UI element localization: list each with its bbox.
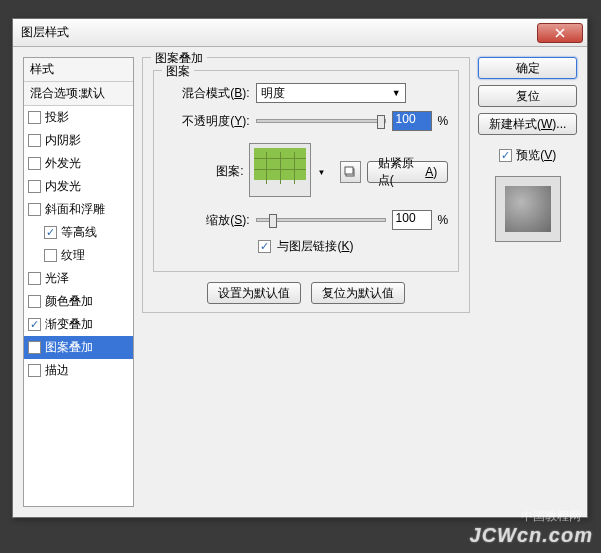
pattern-row: 图案: ▼	[164, 143, 449, 200]
checkbox[interactable]	[28, 341, 41, 354]
preview-checkbox[interactable]	[499, 149, 512, 162]
styles-panel: 样式 混合选项:默认 投影 内阴影 外发光 内发光 斜面和浮雕 等高线 纹理 光…	[23, 57, 134, 507]
pattern-group: 图案 混合模式(B): 明度 ▼ 不透明度(Y): 100	[153, 70, 460, 272]
style-item-inner-shadow[interactable]: 内阴影	[24, 129, 133, 152]
reset-button[interactable]: 复位	[478, 85, 577, 107]
close-button[interactable]	[537, 23, 583, 43]
style-item-color-overlay[interactable]: 颜色叠加	[24, 290, 133, 313]
blend-mode-row: 混合模式(B): 明度 ▼	[164, 83, 449, 103]
scale-row: 缩放(S): 100 %	[164, 210, 449, 230]
blend-options-header[interactable]: 混合选项:默认	[24, 82, 133, 106]
styles-header[interactable]: 样式	[24, 58, 133, 82]
checkbox[interactable]	[28, 111, 41, 124]
opacity-row: 不透明度(Y): 100 %	[164, 111, 449, 131]
new-style-button[interactable]: 新建样式(W)...	[478, 113, 577, 135]
checkbox[interactable]	[28, 203, 41, 216]
checkbox[interactable]	[28, 318, 41, 331]
ok-button[interactable]: 确定	[478, 57, 577, 79]
titlebar: 图层样式	[13, 19, 587, 47]
preview-toggle[interactable]: 预览(V)	[478, 147, 577, 164]
checkbox[interactable]	[28, 295, 41, 308]
close-icon	[555, 28, 565, 38]
watermark-sub: 中国教程网	[521, 508, 581, 525]
action-panel: 确定 复位 新建样式(W)... 预览(V)	[478, 57, 577, 507]
style-item-outer-glow[interactable]: 外发光	[24, 152, 133, 175]
pattern-label: 图案:	[164, 163, 244, 180]
checkbox[interactable]	[44, 249, 57, 262]
blend-mode-label: 混合模式(B):	[164, 85, 250, 102]
style-item-satin[interactable]: 光泽	[24, 267, 133, 290]
opacity-slider[interactable]	[256, 119, 386, 123]
style-item-bevel[interactable]: 斜面和浮雕	[24, 198, 133, 221]
chevron-down-icon: ▼	[392, 88, 401, 98]
percent-label: %	[438, 114, 449, 128]
preview-gradient	[505, 186, 551, 232]
blend-mode-select[interactable]: 明度 ▼	[256, 83, 406, 103]
preview-thumbnail	[495, 176, 561, 242]
svg-rect-1	[345, 167, 353, 174]
checkbox[interactable]	[28, 364, 41, 377]
slider-thumb[interactable]	[269, 214, 277, 228]
dialog-body: 样式 混合选项:默认 投影 内阴影 外发光 内发光 斜面和浮雕 等高线 纹理 光…	[13, 47, 587, 517]
styles-list: 样式 混合选项:默认 投影 内阴影 外发光 内发光 斜面和浮雕 等高线 纹理 光…	[23, 57, 134, 507]
style-item-pattern-overlay[interactable]: 图案叠加	[24, 336, 133, 359]
opacity-input[interactable]: 100	[392, 111, 432, 131]
new-preset-icon	[344, 166, 356, 178]
checkbox[interactable]	[44, 226, 57, 239]
style-item-stroke[interactable]: 描边	[24, 359, 133, 382]
watermark: JCWcn.com	[470, 524, 593, 547]
scale-label: 缩放(S):	[164, 212, 250, 229]
new-pattern-button[interactable]	[340, 161, 361, 183]
chevron-down-icon: ▼	[318, 167, 326, 176]
style-item-texture[interactable]: 纹理	[24, 244, 133, 267]
set-default-button[interactable]: 设置为默认值	[207, 282, 301, 304]
pattern-preview	[254, 148, 306, 180]
style-item-gradient-overlay[interactable]: 渐变叠加	[24, 313, 133, 336]
pattern-legend: 图案	[162, 63, 194, 80]
scale-input[interactable]: 100	[392, 210, 432, 230]
settings-panel: 图案叠加 图案 混合模式(B): 明度 ▼ 不透明度(Y):	[142, 57, 471, 507]
checkbox[interactable]	[28, 157, 41, 170]
layer-style-dialog: 图层样式 样式 混合选项:默认 投影 内阴影 外发光 内发光 斜面和浮雕 等高线…	[12, 18, 588, 518]
reset-default-button[interactable]: 复位为默认值	[311, 282, 405, 304]
preview-label: 预览(V)	[516, 147, 556, 164]
dialog-title: 图层样式	[21, 24, 537, 41]
checkbox[interactable]	[28, 272, 41, 285]
link-layer-row: 与图层链接(K)	[164, 238, 449, 255]
link-layer-checkbox[interactable]	[258, 240, 271, 253]
style-item-inner-glow[interactable]: 内发光	[24, 175, 133, 198]
snap-origin-button[interactable]: 贴紧原点(A)	[367, 161, 448, 183]
slider-thumb[interactable]	[377, 115, 385, 129]
pattern-picker[interactable]: ▼	[249, 143, 311, 200]
style-item-drop-shadow[interactable]: 投影	[24, 106, 133, 129]
percent-label: %	[438, 213, 449, 227]
checkbox[interactable]	[28, 134, 41, 147]
scale-slider[interactable]	[256, 218, 386, 222]
checkbox[interactable]	[28, 180, 41, 193]
default-buttons-row: 设置为默认值 复位为默认值	[153, 282, 460, 304]
opacity-label: 不透明度(Y):	[164, 113, 250, 130]
pattern-overlay-group: 图案叠加 图案 混合模式(B): 明度 ▼ 不透明度(Y):	[142, 57, 471, 313]
pattern-swatch[interactable]	[249, 143, 311, 197]
link-layer-label: 与图层链接(K)	[277, 238, 353, 255]
style-item-contour[interactable]: 等高线	[24, 221, 133, 244]
